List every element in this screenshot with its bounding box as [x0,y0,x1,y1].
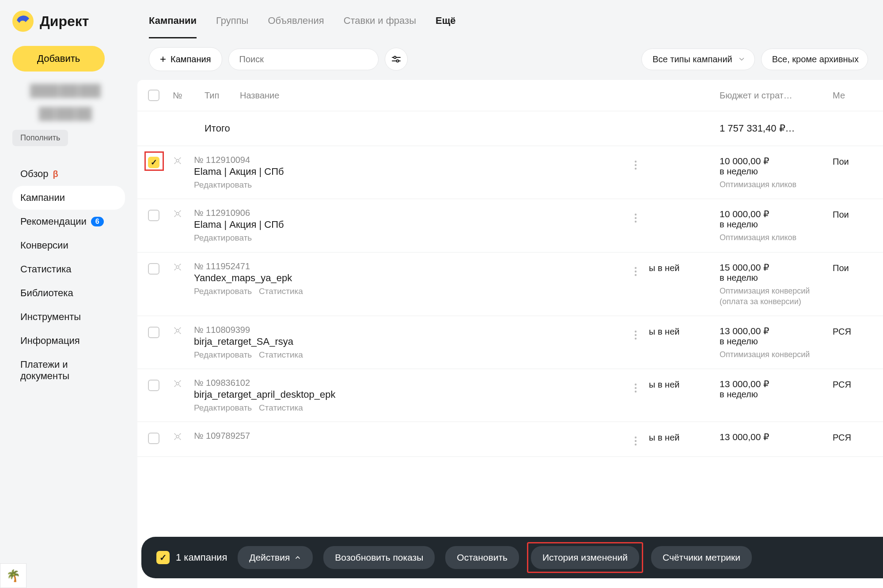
nav-statistics[interactable]: Статистика [12,257,125,281]
nav-payments[interactable]: Платежи и документы [12,353,125,388]
svg-rect-5 [176,159,179,162]
logo[interactable]: Директ [12,11,125,32]
svg-point-28 [635,444,637,445]
row-link[interactable]: Редактировать [194,180,252,189]
svg-point-16 [635,274,637,275]
svg-point-10 [635,214,637,215]
budget-amount: 10 000,00 ₽ [720,156,833,166]
col-place[interactable]: Ме [833,90,872,101]
row-extra: ы в ней [649,378,720,390]
campaign-name[interactable]: birja_retarget_april_desktop_epk [194,389,622,400]
row-checkbox[interactable] [148,210,159,221]
resume-button[interactable]: Возобновить показы [323,546,435,569]
history-button[interactable]: История изменений [531,546,639,569]
place-cell: РСЯ [833,325,872,337]
nav-campaigns[interactable]: Кампании [12,186,125,210]
main: Кампании Группы Объявления Ставки и фраз… [134,0,883,588]
col-num[interactable]: № [173,90,205,101]
nav-tools[interactable]: Инструменты [12,305,125,329]
account-blur-1 [30,84,101,98]
nav-list: Обзор β Кампании Рекомендации 6 Конверси… [12,162,125,388]
nav-recommendations[interactable]: Рекомендации 6 [12,210,125,234]
toolbar: + Кампания Все типы кампаний Все, кроме … [134,38,883,80]
type-icon [173,431,194,444]
more-icon[interactable] [634,330,637,340]
row-link[interactable]: Статистика [259,350,303,359]
svg-rect-9 [176,213,179,215]
campaign-id: № 110809399 [194,325,622,335]
tab-bids[interactable]: Ставки и фразы [344,15,416,38]
place-cell: Пои [833,208,872,220]
campaign-name[interactable]: Elama | Акция | СПб [194,219,622,230]
nav-library[interactable]: Библиотека [12,281,125,305]
col-type[interactable]: Тип [205,90,240,101]
total-label: Итого [205,123,230,134]
campaign-name[interactable]: birja_retarget_SA_rsya [194,336,622,347]
more-icon[interactable] [634,383,637,393]
svg-point-22 [635,384,637,385]
svg-point-6 [635,161,637,162]
row-checkbox[interactable] [148,327,159,338]
more-icon[interactable] [634,436,637,446]
select-all-checkbox[interactable] [148,90,159,101]
row-checkbox[interactable] [148,433,159,444]
row-checkbox[interactable] [148,263,159,275]
row-extra: ы в ней [649,431,720,443]
tab-campaigns[interactable]: Кампании [149,15,197,38]
search-input[interactable] [228,49,379,70]
add-button[interactable]: Добавить [12,46,105,72]
place-cell: РСЯ [833,431,872,443]
tab-more[interactable]: Ещё [436,15,455,38]
history-highlight: История изменений [527,542,643,573]
budget-cell: 10 000,00 ₽ в неделю Оптимизация кликов [720,208,833,243]
budget-cell: 15 000,00 ₽ в неделю Оптимизация конверс… [720,261,833,307]
row-link[interactable]: Статистика [259,286,303,296]
total-value: 1 757 331,40 ₽… [720,123,833,134]
palm-icon: 🌴 [6,569,20,583]
col-budget[interactable]: Бюджет и страт… [720,90,833,101]
more-icon[interactable] [634,160,637,170]
corner-widget[interactable]: 🌴 [0,563,27,588]
account-blur-2 [39,107,92,121]
more-icon[interactable] [634,267,637,276]
nav-conversions[interactable]: Конверсии [12,234,125,257]
stop-button[interactable]: Остановить [445,546,519,569]
more-icon[interactable] [634,213,637,223]
tabs: Кампании Группы Объявления Ставки и фраз… [149,15,868,38]
table-header: № Тип Название Бюджет и страт… Ме [137,80,883,111]
nav-info[interactable]: Информация [12,329,125,353]
row-extra: ы в ней [649,261,720,273]
tab-groups[interactable]: Группы [216,15,248,38]
row-link[interactable]: Редактировать [194,233,252,242]
row-extra [649,155,720,157]
row-checkbox[interactable] [148,157,159,168]
svg-rect-13 [176,266,179,268]
filter-icon-button[interactable] [385,48,408,71]
topup-button[interactable]: Пополнить [12,130,68,146]
campaign-name[interactable]: Yandex_maps_ya_epk [194,272,622,284]
filter-type-dropdown[interactable]: Все типы кампаний [641,49,755,70]
selection-checkbox[interactable] [156,551,170,564]
row-link[interactable]: Статистика [259,403,303,412]
selection-count[interactable]: 1 кампания [156,551,227,564]
add-campaign-button[interactable]: + Кампания [149,47,222,71]
nav-overview[interactable]: Обзор β [12,162,125,186]
metrics-button[interactable]: Счётчики метрики [651,546,752,569]
tab-ads[interactable]: Объявления [268,15,324,38]
budget-strategy: Оптимизация конверсий [720,349,833,360]
chevron-down-icon [738,55,746,63]
svg-point-4 [396,60,398,62]
campaign-name[interactable]: Elama | Акция | СПб [194,166,622,177]
actions-button[interactable]: Действия [238,546,313,569]
row-link[interactable]: Редактировать [194,350,252,359]
budget-period: в неделю [720,219,833,230]
svg-rect-21 [176,383,179,385]
col-name[interactable]: Название [240,90,649,101]
type-icon [173,378,194,391]
filter-archive-dropdown[interactable]: Все, кроме архивных [761,49,868,70]
app-name: Директ [40,13,89,30]
svg-point-12 [635,221,637,222]
row-link[interactable]: Редактировать [194,403,252,412]
row-checkbox[interactable] [148,380,159,391]
row-link[interactable]: Редактировать [194,286,252,296]
